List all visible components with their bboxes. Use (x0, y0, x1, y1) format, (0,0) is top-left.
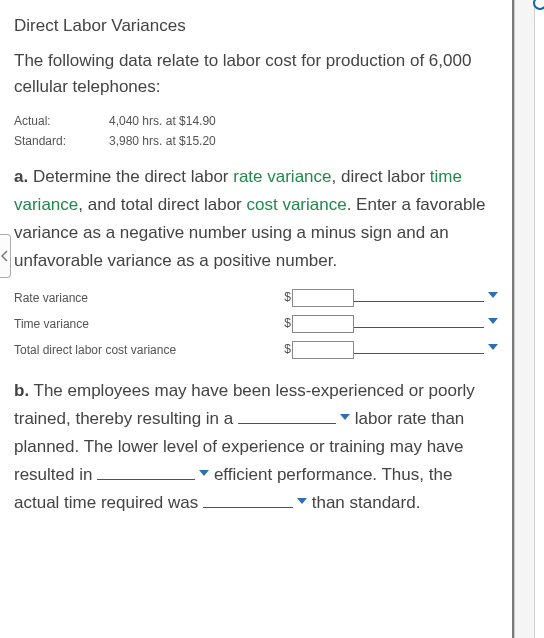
chevron-down-icon (297, 498, 307, 505)
given-data-table: Actual: 4,040 hrs. at $14.90 Standard: 3… (14, 111, 216, 151)
part-b-letter: b. (14, 381, 29, 400)
chevron-down-icon (488, 344, 498, 351)
right-gutter (534, 0, 544, 638)
data-label: Standard: (14, 131, 109, 151)
data-label: Actual: (14, 111, 109, 131)
chevron-down-icon (488, 318, 498, 325)
total-variance-input[interactable] (292, 341, 354, 359)
prev-nav-tab[interactable] (0, 234, 11, 278)
part-b-text: b. The employees may have been less-expe… (14, 377, 498, 517)
table-row: Standard: 3,980 hrs. at $15.20 (14, 131, 216, 151)
cost-variance-link[interactable]: cost variance (246, 195, 346, 214)
time-variance-input[interactable] (292, 315, 354, 333)
blank-3-select[interactable] (203, 493, 307, 508)
dollar-sign: $ (284, 316, 291, 330)
question-panel: Direct Labor Variances The following dat… (0, 0, 514, 638)
intro-text: The following data relate to labor cost … (14, 48, 498, 101)
blank-2-select[interactable] (97, 465, 209, 480)
table-row: Actual: 4,040 hrs. at $14.90 (14, 111, 216, 131)
dollar-sign: $ (284, 290, 291, 304)
chevron-down-icon (340, 414, 350, 421)
chevron-down-icon (488, 292, 498, 299)
part-a-text: a. Determine the direct labor rate varia… (14, 163, 498, 275)
vertical-scrollbar[interactable] (514, 0, 534, 638)
answer-table: Rate variance $ Time variance $ Total di… (14, 285, 498, 363)
rate-variance-select[interactable] (354, 291, 498, 302)
data-value: 4,040 hrs. at $14.90 (109, 111, 216, 131)
answer-label: Rate variance (14, 285, 284, 311)
answer-label: Time variance (14, 311, 284, 337)
table-row: Time variance $ (14, 311, 498, 337)
table-row: Rate variance $ (14, 285, 498, 311)
question-title: Direct Labor Variances (14, 16, 498, 36)
total-variance-select[interactable] (354, 343, 498, 354)
part-a-letter: a. (14, 167, 28, 186)
table-row: Total direct labor cost variance $ (14, 337, 498, 363)
dollar-sign: $ (284, 342, 291, 356)
data-value: 3,980 hrs. at $15.20 (109, 131, 216, 151)
rate-variance-input[interactable] (292, 289, 354, 307)
time-variance-select[interactable] (354, 317, 498, 328)
chevron-down-icon (199, 470, 209, 477)
panel-control-icon[interactable] (533, 0, 544, 10)
rate-variance-link[interactable]: rate variance (233, 167, 331, 186)
blank-1-select[interactable] (238, 409, 350, 424)
answer-label: Total direct labor cost variance (14, 337, 284, 363)
